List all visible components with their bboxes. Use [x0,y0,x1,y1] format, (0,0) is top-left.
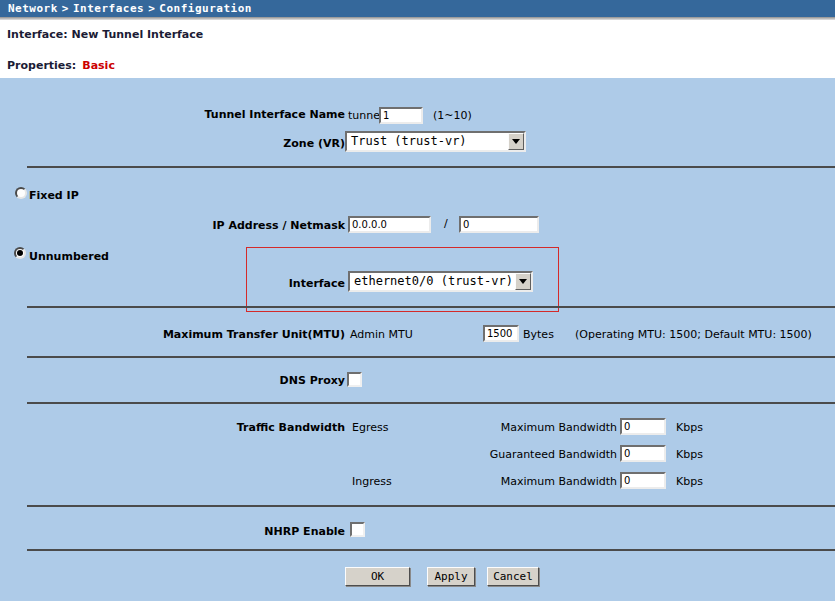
breadcrumb-item-interfaces[interactable]: Interfaces [73,2,144,15]
properties-row: Properties:Basic [7,59,115,72]
breadcrumb-item-network[interactable]: Network [8,2,58,15]
breadcrumb-separator: > [58,2,73,15]
breadcrumb-separator: > [144,2,159,15]
nhrp-enable-label: NHRP Enable [0,525,345,538]
zone-label: Zone (VR) [0,137,345,150]
ip-address-input[interactable] [348,216,431,233]
guaranteed-bandwidth-unit: Kbps [676,448,703,461]
interface-select-value: ethernet0/0 (trust-vr) [354,274,513,288]
mtu-unit-label: Bytes [523,328,554,341]
separator [27,505,835,507]
separator [27,306,835,308]
breadcrumb-item-configuration[interactable]: Configuration [159,2,252,15]
unnumbered-radio[interactable] [14,247,26,259]
dns-proxy-checkbox[interactable] [347,372,362,387]
dropdown-arrow-icon[interactable] [515,273,531,290]
guaranteed-bandwidth-label: Guaranteed Bandwidth [440,448,617,461]
navbar-divider [0,17,835,20]
traffic-bandwidth-label: Traffic Bandwidth [0,421,345,434]
nhrp-enable-checkbox[interactable] [350,522,365,537]
egress-label: Egress [352,421,388,434]
separator [27,166,835,168]
tunnel-name-label: Tunnel Interface Name [0,108,345,121]
fixed-ip-radio[interactable] [15,187,27,199]
interface-label: Interface [0,277,345,290]
ingress-max-bandwidth-unit: Kbps [676,475,703,488]
guaranteed-bandwidth-input[interactable] [620,445,666,462]
zone-select[interactable]: Trust (trust-vr) [345,131,526,152]
egress-max-bandwidth-input[interactable] [620,418,666,435]
egress-max-bandwidth-label: Maximum Bandwidth [440,421,617,434]
separator [27,356,835,358]
fixed-ip-label: Fixed IP [29,189,79,202]
ip-netmask-label: IP Address / Netmask [0,219,345,232]
interface-select[interactable]: ethernet0/0 (trust-vr) [348,271,533,292]
mtu-label: Maximum Transfer Unit(MTU) [0,328,345,341]
unnumbered-label: Unnumbered [29,250,109,263]
tunnel-name-range-hint: (1~10) [433,109,472,122]
apply-button[interactable]: Apply [427,567,475,586]
ok-button[interactable]: OK [345,567,410,586]
zone-select-value: Trust (trust-vr) [351,134,467,148]
properties-tab-basic[interactable]: Basic [82,59,115,72]
ingress-max-bandwidth-label: Maximum Bandwidth [440,475,617,488]
page-title: Interface: New Tunnel Interface [7,28,203,41]
page: Network>Interfaces>Configuration Interfa… [0,0,835,601]
breadcrumb: Network>Interfaces>Configuration [0,0,835,17]
dropdown-arrow-icon[interactable] [508,133,524,150]
properties-label: Properties: [7,59,76,72]
egress-max-bandwidth-unit: Kbps [676,421,703,434]
separator [27,549,835,551]
tunnel-name-input[interactable] [379,107,423,124]
admin-mtu-input[interactable] [483,325,519,342]
separator [27,402,835,404]
dns-proxy-label: DNS Proxy [0,374,345,387]
ingress-label: Ingress [352,475,392,488]
ingress-max-bandwidth-input[interactable] [620,472,666,489]
netmask-input[interactable] [459,216,539,233]
mtu-hint: (Operating MTU: 1500; Default MTU: 1500) [575,328,812,341]
admin-mtu-label: Admin MTU [350,328,413,341]
ip-netmask-separator: / [444,217,448,230]
cancel-button[interactable]: Cancel [487,567,539,586]
